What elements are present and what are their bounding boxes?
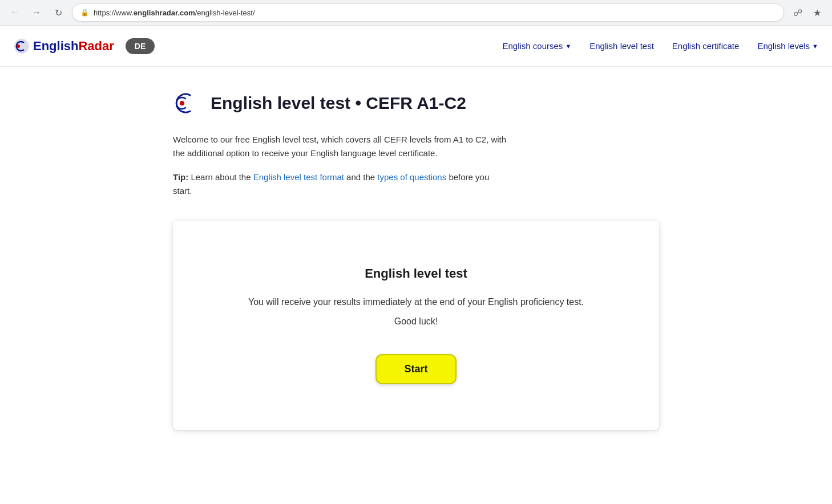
logo[interactable]: EnglishRadar [14, 38, 114, 54]
forward-button[interactable]: → [29, 5, 45, 21]
nav-english-certificate[interactable]: English certificate [672, 41, 740, 51]
security-icon: 🔒 [80, 9, 89, 17]
radar-title-icon [173, 90, 200, 117]
nav-english-level-test[interactable]: English level test [589, 41, 654, 51]
tip-text: Tip: Learn about the English level test … [173, 170, 510, 198]
reload-button[interactable]: ↻ [50, 5, 66, 21]
tip-link-format[interactable]: English level test format [253, 172, 344, 182]
browser-toolbar: ← → ↻ 🔒 https://www.englishradar.com/eng… [0, 0, 832, 25]
language-button[interactable]: DE [126, 38, 155, 54]
main-content: English level test • CEFR A1-C2 Welcome … [159, 67, 673, 464]
start-button[interactable]: Start [375, 354, 456, 384]
page-title-row: English level test • CEFR A1-C2 [173, 90, 659, 117]
intro-text: Welcome to our free English level test, … [173, 133, 510, 160]
main-nav: English courses ▼ English level test Eng… [502, 41, 818, 51]
address-bar[interactable]: 🔒 https://www.englishradar.com/english-l… [72, 3, 784, 22]
browser-chrome: ← → ↻ 🔒 https://www.englishradar.com/eng… [0, 0, 832, 26]
site-header: EnglishRadar DE English courses ▼ Englis… [0, 26, 832, 67]
test-card-good-luck: Good luck! [196, 316, 636, 327]
test-card-description: You will receive your results immediatel… [196, 297, 636, 307]
nav-english-courses[interactable]: English courses ▼ [502, 41, 571, 51]
test-card-title: English level test [196, 266, 636, 281]
page-title: English level test • CEFR A1-C2 [211, 94, 466, 113]
translate-button[interactable]: ☍ [790, 5, 806, 21]
nav-english-levels[interactable]: English levels ▼ [757, 41, 818, 51]
bookmark-button[interactable]: ★ [809, 5, 825, 21]
chevron-down-icon-2: ▼ [812, 43, 818, 50]
logo-text: EnglishRadar [33, 39, 114, 54]
website: EnglishRadar DE English courses ▼ Englis… [0, 26, 832, 504]
url-display: https://www.englishradar.com/english-lev… [94, 9, 776, 17]
tip-label: Tip: [173, 172, 188, 182]
tip-link-questions[interactable]: types of questions [377, 172, 446, 182]
browser-actions: ☍ ★ [790, 5, 825, 21]
chevron-down-icon: ▼ [565, 43, 571, 50]
svg-point-1 [17, 44, 20, 48]
logo-icon [14, 38, 30, 54]
svg-point-2 [180, 101, 184, 105]
back-button[interactable]: ← [7, 5, 23, 21]
test-card: English level test You will receive your… [173, 221, 659, 430]
